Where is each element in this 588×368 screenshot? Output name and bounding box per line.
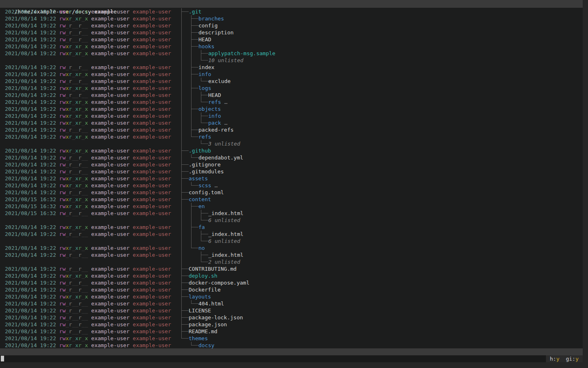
- file-name[interactable]: HEAD: [198, 36, 211, 43]
- file-row[interactable]: 2021/08/14 19:22 rwxr_xr_x example-user …: [0, 85, 583, 92]
- file-name[interactable]: .gitmodules: [189, 168, 224, 175]
- file-row[interactable]: 2021/08/14 19:22 rwxr_xr_x example-user …: [0, 99, 583, 105]
- file-name[interactable]: exclude: [208, 78, 231, 85]
- file-row[interactable]: 2021/08/14 19:22 rw_r__r__ example-user …: [0, 251, 583, 258]
- file-row[interactable]: 2021/08/14 19:22 rwxr_xr_x example-user …: [0, 293, 583, 300]
- file-row[interactable]: 2021/08/14 19:22 rw_r__r__ example-user …: [0, 64, 583, 71]
- file-row[interactable]: 2021/08/14 19:22 rw_r__r__ example-user …: [0, 161, 583, 168]
- file-name[interactable]: branches: [198, 15, 224, 22]
- file-row[interactable]: 2021/08/14 19:22 rw_r__r__ example-user …: [0, 154, 583, 161]
- file-row[interactable]: 2021/08/14 19:22 rw_r__r__ example-user …: [0, 36, 583, 43]
- file-row[interactable]: 2021/08/14 19:22 rw_r__r__ example-user …: [0, 126, 583, 133]
- file-name[interactable]: info: [198, 71, 211, 78]
- file-row[interactable]: 2021/08/14 19:22 rw_r__r__ example-user …: [0, 307, 583, 314]
- file-name[interactable]: .git: [189, 8, 201, 15]
- file-row[interactable]: 2021/08/14 19:22 rw_r__r__ example-user …: [0, 189, 583, 196]
- file-row[interactable]: 6 unlisted: [0, 238, 583, 245]
- file-row[interactable]: 2021/08/14 19:22 rw_r__r__ example-user …: [0, 328, 583, 335]
- file-name[interactable]: refs: [198, 133, 211, 140]
- file-name[interactable]: description: [198, 29, 234, 36]
- file-row[interactable]: 2021/08/14 19:22 rwxr_xr_x example-user …: [0, 71, 583, 78]
- file-name[interactable]: README.md: [189, 328, 217, 335]
- unlisted-count[interactable]: 6 unlisted: [208, 217, 240, 224]
- file-row[interactable]: 2021/08/14 19:22 rwxr_xr_x example-user …: [0, 105, 583, 112]
- file-row[interactable]: 2021/08/14 19:22 rw_r__r__ example-user …: [0, 286, 583, 293]
- file-row[interactable]: 2021/08/14 19:22 rw_r__r__ example-user …: [0, 265, 583, 272]
- file-row[interactable]: 2021/08/14 19:22 rwxr_xr_x example-user …: [0, 335, 583, 342]
- file-row[interactable]: 2021/08/14 19:22 rwxr_xr_x example-user …: [0, 8, 583, 15]
- file-row[interactable]: 2021/08/15 16:32 rw_r__r__ example-user …: [0, 210, 583, 217]
- file-name[interactable]: no: [198, 245, 205, 251]
- file-name[interactable]: fa: [198, 224, 205, 231]
- file-name[interactable]: Dockerfile: [189, 286, 220, 293]
- file-row[interactable]: 2021/08/14 19:22 rw_r__r__ example-user …: [0, 279, 583, 286]
- file-name[interactable]: assets: [189, 175, 208, 182]
- file-name[interactable]: deploy.sh: [189, 272, 217, 279]
- file-row[interactable]: 2021/08/14 19:22 rw_r__r__ example-user …: [0, 168, 583, 175]
- file-name[interactable]: scss …: [198, 182, 218, 189]
- file-row[interactable]: 2021/08/14 19:22 rw_r__r__ example-user …: [0, 29, 583, 36]
- unlisted-count[interactable]: 6 unlisted: [208, 238, 240, 245]
- file-name[interactable]: index: [198, 64, 214, 71]
- unlisted-count[interactable]: 10 unlisted: [208, 57, 243, 64]
- file-row[interactable]: 2021/08/14 19:22 rwxr_xr_x example-user …: [0, 112, 583, 119]
- file-row[interactable]: 2021/08/14 19:22 rw_r__r__ example-user …: [0, 78, 583, 85]
- file-row[interactable]: 2021/08/14 19:22 rwxr_xr_x example-user …: [0, 147, 583, 154]
- file-name[interactable]: objects: [198, 105, 221, 112]
- file-row[interactable]: 2021/08/14 19:22 rwxr_xr_x example-user …: [0, 224, 583, 231]
- file-name[interactable]: docker-compose.yaml: [189, 279, 249, 286]
- file-name[interactable]: packed-refs: [198, 126, 234, 133]
- search-input-line[interactable]: h:y gi:y: [0, 355, 583, 362]
- meta-owner: example-user: [88, 99, 133, 105]
- file-row[interactable]: 2021/08/14 19:22 rw_r__r__ example-user …: [0, 321, 583, 328]
- file-row[interactable]: 2021/08/14 19:22 rwxr_xr_x example-user …: [0, 15, 583, 22]
- file-row[interactable]: 2021/08/14 19:22 rwxr_xr_x example-user …: [0, 342, 583, 349]
- file-name[interactable]: themes: [189, 335, 208, 342]
- file-name[interactable]: refs …: [208, 99, 227, 105]
- file-row[interactable]: 2021/08/14 19:22 rw_r__r__ example-user …: [0, 314, 583, 321]
- file-name[interactable]: pack …: [208, 119, 227, 126]
- file-name[interactable]: _index.html: [208, 210, 243, 217]
- file-row[interactable]: 2021/08/14 19:22 rwxr_xr_x example-user …: [0, 133, 583, 140]
- file-name[interactable]: en: [198, 203, 205, 210]
- file-name[interactable]: _index.html: [208, 231, 243, 238]
- file-row[interactable]: 2021/08/14 19:22 rwxr_xr_x example-user …: [0, 272, 583, 279]
- file-name[interactable]: docsy: [198, 342, 214, 349]
- file-name[interactable]: 404.html: [198, 300, 224, 307]
- file-row[interactable]: 2021/08/14 19:22 rw_r__r__ example-user …: [0, 22, 583, 29]
- unlisted-count[interactable]: 2 unlisted: [208, 258, 240, 265]
- file-row[interactable]: 2021/08/14 19:22 rwxr_xr_x example-user …: [0, 182, 583, 189]
- file-row[interactable]: 2021/08/14 19:22 rw_r__r__ example-user …: [0, 92, 583, 99]
- file-row[interactable]: 2021/08/14 19:22 rwxr_xr_x example-user …: [0, 175, 583, 182]
- file-name[interactable]: dependabot.yml: [198, 154, 243, 161]
- file-name[interactable]: CONTRIBUTING.md: [189, 265, 236, 272]
- file-row[interactable]: 2021/08/14 19:22 rw_r__r__ example-user …: [0, 300, 583, 307]
- file-row[interactable]: 3 unlisted: [0, 140, 583, 147]
- file-name[interactable]: package-lock.json: [189, 314, 243, 321]
- file-row[interactable]: 2021/08/15 16:32 rwxr_xr_x example-user …: [0, 203, 583, 210]
- file-name[interactable]: package.json: [189, 321, 227, 328]
- file-name[interactable]: LICENSE: [189, 307, 211, 314]
- file-row[interactable]: 2021/08/14 19:22 rw_r__r__ example-user …: [0, 231, 583, 238]
- file-row[interactable]: 10 unlisted: [0, 57, 583, 64]
- file-name[interactable]: HEAD: [208, 92, 221, 99]
- file-row[interactable]: 6 unlisted: [0, 217, 583, 224]
- file-name[interactable]: config: [198, 22, 218, 29]
- file-name[interactable]: _index.html: [208, 251, 243, 258]
- file-name[interactable]: applypatch-msg.sample: [208, 50, 275, 57]
- unlisted-count[interactable]: 3 unlisted: [208, 140, 240, 147]
- file-row[interactable]: 2021/08/15 16:32 rwxr_xr_x example-user …: [0, 196, 583, 203]
- file-row[interactable]: 2021/08/14 19:22 rwxr_xr_x example-user …: [0, 119, 583, 126]
- file-name[interactable]: .gitignore: [189, 161, 220, 168]
- file-name[interactable]: content: [189, 196, 211, 203]
- file-row[interactable]: 2021/08/14 19:22 rwxr_xr_x example-user …: [0, 43, 583, 50]
- file-row[interactable]: 2 unlisted: [0, 258, 583, 265]
- file-name[interactable]: logs: [198, 85, 211, 92]
- file-name[interactable]: info: [208, 112, 221, 119]
- file-row[interactable]: 2021/08/14 19:22 rwxr_xr_x example-user …: [0, 50, 583, 57]
- file-name[interactable]: hooks: [198, 43, 214, 50]
- file-row[interactable]: 2021/08/14 19:22 rwxr_xr_x example-user …: [0, 245, 583, 251]
- file-name[interactable]: layouts: [189, 293, 211, 300]
- file-name[interactable]: .github: [189, 147, 211, 154]
- file-name[interactable]: config.toml: [189, 189, 224, 196]
